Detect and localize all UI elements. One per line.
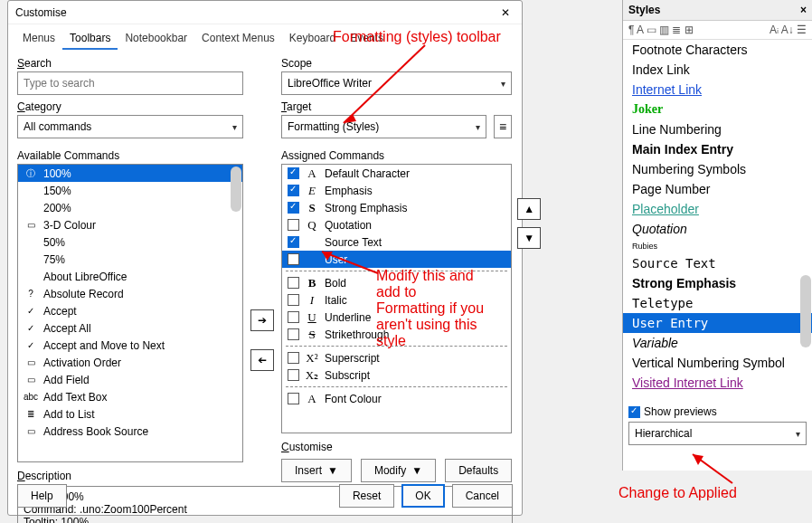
remove-arrow-button[interactable]: ➔ <box>250 349 274 371</box>
list-item[interactable]: 200% <box>18 199 242 216</box>
styles-panel: Styles × ¶ A ▭ ▥ ≣ ⊞ Aᵢ A↓ ☰ Footnote Ch… <box>622 0 812 471</box>
tab-notebookbar[interactable]: Notebookbar <box>118 28 194 50</box>
visibility-checkbox[interactable] <box>288 219 299 231</box>
styles-filter-combo[interactable]: Hierarchical▾ <box>628 422 807 445</box>
style-item[interactable]: Variable <box>623 333 812 353</box>
defaults-button[interactable]: Defaults <box>445 459 512 482</box>
list-item[interactable]: About LibreOffice <box>18 268 242 285</box>
list-item[interactable]: abcAdd Text Box <box>18 388 242 405</box>
style-item[interactable]: Vertical Numbering Symbol <box>623 353 812 373</box>
style-item[interactable]: Main Index Entry <box>623 139 812 159</box>
style-action-icons[interactable]: Aᵢ A↓ ☰ <box>770 24 807 36</box>
panel-close-icon[interactable]: × <box>800 4 807 16</box>
visibility-checkbox[interactable] <box>288 328 299 340</box>
command-label: Add Field <box>43 374 90 386</box>
modify-button[interactable]: Modify▼ <box>361 459 436 482</box>
category-label: Category <box>17 100 243 113</box>
visibility-checkbox[interactable] <box>288 236 299 248</box>
list-item[interactable]: X²Superscript <box>282 349 511 366</box>
category-combo[interactable]: All commands▾ <box>17 115 243 138</box>
list-item[interactable]: ⓘ100% <box>18 165 242 182</box>
visibility-checkbox[interactable] <box>288 202 299 214</box>
visibility-checkbox[interactable] <box>288 167 299 179</box>
command-icon <box>24 184 38 198</box>
help-button[interactable]: Help <box>17 484 67 508</box>
assigned-label: Default Character <box>325 167 410 180</box>
style-item[interactable]: Page Number <box>623 179 812 199</box>
scope-combo[interactable]: LibreOffice Writer▾ <box>281 71 512 95</box>
style-item[interactable]: Numbering Symbols <box>623 159 812 179</box>
move-up-button[interactable]: ▲ <box>517 198 541 220</box>
insert-button[interactable]: Insert▼ <box>281 459 352 482</box>
add-arrow-button[interactable]: ➔ <box>250 309 274 331</box>
tab-context-menus[interactable]: Context Menus <box>194 28 282 50</box>
list-item[interactable]: ADefault Character <box>282 165 511 182</box>
description-label: Description <box>17 470 243 482</box>
list-item[interactable]: ?Absolute Record <box>18 285 242 302</box>
target-combo[interactable]: Formatting (Styles)▾ <box>281 115 486 138</box>
tab-toolbars[interactable]: Toolbars <box>62 28 118 50</box>
list-item[interactable]: ✓Accept All <box>18 319 242 337</box>
visibility-checkbox[interactable] <box>288 311 299 323</box>
list-item[interactable]: ✓Accept and Move to Next <box>18 337 242 354</box>
list-item[interactable]: ▭Address Book Source <box>18 423 242 440</box>
visibility-checkbox[interactable] <box>288 277 299 289</box>
command-icon: ⓘ <box>24 166 38 181</box>
list-item[interactable]: 75% <box>18 251 242 268</box>
list-item[interactable]: QQuotation <box>282 216 511 233</box>
style-item[interactable]: Rubies <box>623 239 812 253</box>
assigned-label: Subscript <box>325 369 370 382</box>
visibility-checkbox[interactable] <box>288 294 299 306</box>
available-commands-list[interactable]: ⓘ100%150%200%▭3-D Colour50%75%About Libr… <box>17 164 243 462</box>
close-icon[interactable]: ✕ <box>496 6 515 19</box>
list-item[interactable]: User <box>282 251 511 268</box>
visibility-checkbox[interactable] <box>288 369 299 381</box>
ok-button[interactable]: OK <box>401 484 444 508</box>
command-label: 150% <box>43 185 71 197</box>
styles-list[interactable]: Footnote CharactersIndex LinkInternet Li… <box>623 40 812 402</box>
list-item[interactable]: ≣Add to List <box>18 405 242 423</box>
style-item[interactable]: Visited Internet Link <box>623 373 812 393</box>
list-item[interactable]: Source Text <box>282 233 511 251</box>
list-item[interactable]: SStrong Emphasis <box>282 199 511 216</box>
list-item[interactable]: ▭3-D Colour <box>18 216 242 233</box>
move-down-button[interactable]: ▼ <box>517 227 541 249</box>
command-label: Accept and Move to Next <box>43 339 165 352</box>
visibility-checkbox[interactable] <box>288 253 299 265</box>
reset-button[interactable]: Reset <box>339 484 394 508</box>
visibility-checkbox[interactable] <box>288 393 299 404</box>
list-item[interactable]: EEmphasis <box>282 182 511 199</box>
list-item[interactable]: AFont Colour <box>282 390 511 407</box>
list-item[interactable]: ✓Accept <box>18 302 242 319</box>
list-item[interactable]: 150% <box>18 182 242 199</box>
style-filter-icons[interactable]: ¶ A ▭ ▥ ≣ ⊞ <box>628 24 694 36</box>
scrollbar-thumb[interactable] <box>231 166 241 212</box>
style-item[interactable]: Line Numbering <box>623 119 812 139</box>
command-label: 200% <box>43 202 71 214</box>
command-icon: ✓ <box>24 338 38 353</box>
scrollbar-thumb[interactable] <box>800 275 811 347</box>
cancel-button[interactable]: Cancel <box>452 484 513 508</box>
command-label: Activation Order <box>43 357 121 369</box>
list-item[interactable]: X₂Subscript <box>282 366 511 384</box>
separator <box>286 386 507 387</box>
style-item[interactable]: Footnote Characters <box>623 40 812 60</box>
style-item[interactable]: Placeholder <box>623 199 812 219</box>
target-menu-button[interactable]: ≡ <box>494 115 512 138</box>
tab-menus[interactable]: Menus <box>15 28 62 50</box>
style-item[interactable]: Strong Emphasis <box>623 273 812 293</box>
style-item[interactable]: User Entry <box>623 313 812 333</box>
visibility-checkbox[interactable] <box>288 352 299 364</box>
style-item[interactable]: Joker <box>623 100 812 119</box>
show-previews-checkbox[interactable] <box>628 406 640 418</box>
search-input[interactable] <box>17 71 243 95</box>
style-item[interactable]: Source Text <box>623 253 812 273</box>
visibility-checkbox[interactable] <box>288 185 299 196</box>
style-item[interactable]: Quotation <box>623 219 812 239</box>
list-item[interactable]: ▭Activation Order <box>18 354 242 371</box>
list-item[interactable]: ▭Add Field <box>18 371 242 388</box>
list-item[interactable]: 50% <box>18 233 242 251</box>
style-item[interactable]: Internet Link <box>623 80 812 100</box>
style-item[interactable]: Teletype <box>623 293 812 313</box>
style-item[interactable]: Index Link <box>623 60 812 80</box>
